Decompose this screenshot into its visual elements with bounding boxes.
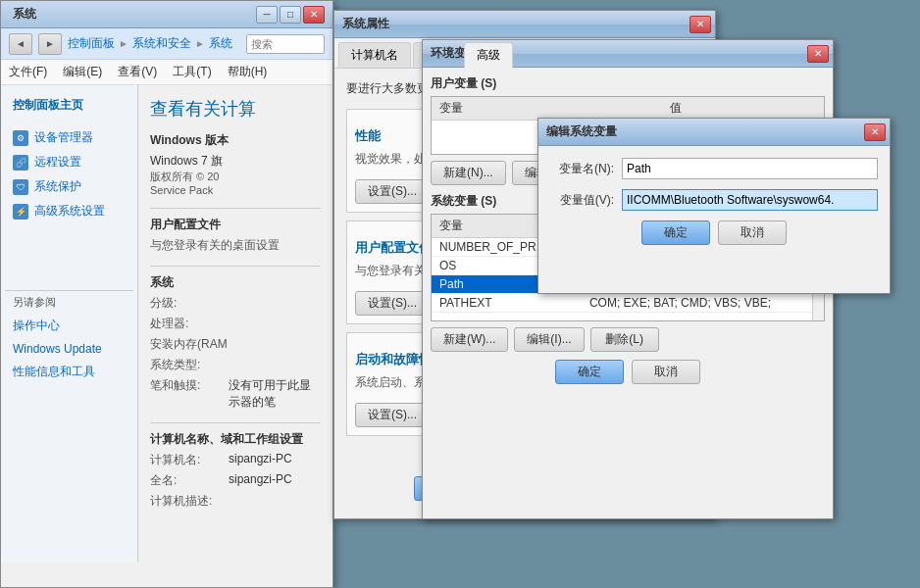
sys-delete-btn[interactable]: 删除(L): [590, 327, 659, 352]
menu-help[interactable]: 帮助(H): [228, 64, 268, 80]
sidebar-ref-windows-update[interactable]: Windows Update: [5, 338, 133, 360]
sys-new-btn[interactable]: 新建(W)...: [431, 327, 508, 352]
breadcrumb-sep-0: ►: [119, 38, 128, 49]
maximize-button[interactable]: □: [280, 6, 301, 24]
full-name-label: 全名:: [150, 472, 229, 489]
full-name-value: sipangzi-PC: [229, 472, 292, 489]
sidebar-label-protection: 系统保护: [34, 178, 81, 195]
forward-button[interactable]: ►: [38, 33, 62, 55]
computer-name-row: 计算机名: sipangzi-PC: [150, 452, 321, 468]
control-panel-titlebar: 系统 ─ □ ✕: [1, 1, 332, 28]
var-name-label: 变量名(N):: [550, 161, 614, 177]
user-profile-settings-btn[interactable]: 设置(S)...: [355, 291, 430, 316]
processor-label: 处理器:: [150, 316, 229, 332]
minimize-button[interactable]: ─: [256, 6, 278, 24]
user-new-btn[interactable]: 新建(N)...: [431, 161, 506, 185]
advanced-icon: ⚡: [13, 204, 28, 220]
sidebar-item-advanced[interactable]: ⚡ 高级系统设置: [5, 199, 133, 223]
remote-icon: 🔗: [13, 155, 28, 171]
sys-props-title-buttons: ✕: [690, 16, 711, 33]
type-label: 系统类型:: [150, 357, 229, 373]
search-input[interactable]: [246, 34, 325, 54]
perf-settings-btn[interactable]: 设置(S)...: [355, 179, 430, 204]
var-value-input[interactable]: [622, 189, 878, 211]
nav-bar: ◄ ► 控制面板 ► 系统和安全 ► 系统: [1, 28, 332, 60]
sidebar-item-devices[interactable]: ⚙ 设备管理器: [5, 125, 133, 150]
win-version-section: Windows 版本 Windows 7 旗 版权所有 © 20 Service…: [150, 132, 321, 196]
env-vars-close-btn[interactable]: ✕: [807, 45, 829, 63]
body: 控制面板主页 ⚙ 设备管理器 🔗 远程设置 🛡 系统保护 ⚡ 高级系统设置 另请…: [1, 85, 332, 562]
full-name-row: 全名: sipangzi-PC: [150, 472, 321, 489]
back-button[interactable]: ◄: [9, 33, 32, 55]
title-buttons: ─ □ ✕: [256, 6, 325, 24]
sys-btn-row: 新建(W)... 编辑(I)... 删除(L): [431, 327, 825, 352]
ref-section-title: 另请参阅: [5, 290, 133, 314]
table-row[interactable]: PATHEXTCOM; EXE; BAT; CMD; VBS; VBE;: [432, 294, 824, 313]
edit-var-content: 变量名(N): 变量值(V): 确定 取消: [538, 146, 890, 265]
edit-var-ok-cancel-row: 确定 取消: [550, 220, 878, 253]
breadcrumb-item-0[interactable]: 控制面板: [68, 35, 115, 52]
value-cell: COM; EXE; BAT; CMD; VBS; VBE;: [582, 294, 824, 313]
pen-value: 没有可用于此显示器的笔: [229, 377, 321, 411]
edit-var-window: 编辑系统变量 ✕ 变量名(N): 变量值(V): 确定 取消: [537, 118, 891, 294]
var-value-row: 变量值(V):: [550, 189, 878, 211]
sys-props-close-button[interactable]: ✕: [690, 16, 711, 33]
user-profile-desc: 与您登录有关的桌面设置: [150, 237, 321, 254]
main-content: 查看有关计算 Windows 版本 Windows 7 旗 版权所有 © 20 …: [138, 85, 332, 562]
devices-icon: ⚙: [13, 130, 28, 146]
menu-tools[interactable]: 工具(T): [173, 64, 211, 80]
edit-var-cancel-btn[interactable]: 取消: [718, 220, 787, 245]
var-value-label: 变量值(V):: [550, 192, 614, 209]
desc-row: 计算机描述:: [150, 493, 321, 510]
user-profile-section: 用户配置文件 与您登录有关的桌面设置: [150, 217, 321, 254]
sidebar-label-devices: 设备管理器: [34, 129, 93, 146]
sys-edit-btn[interactable]: 编辑(I)...: [514, 327, 584, 352]
sidebar-home[interactable]: 控制面板主页: [5, 93, 133, 118]
edit-var-close-btn[interactable]: ✕: [864, 123, 886, 141]
sidebar-label-action-center: 操作中心: [13, 318, 60, 334]
edit-var-titlebar: 编辑系统变量 ✕: [538, 119, 890, 146]
sidebar-label-advanced: 高级系统设置: [34, 203, 105, 220]
computer-name-label: 计算机名:: [150, 452, 229, 468]
menu-edit[interactable]: 编辑(E): [63, 64, 102, 80]
control-panel-window: 系统 ─ □ ✕ ◄ ► 控制面板 ► 系统和安全 ► 系统 文件(F) 编辑(…: [0, 0, 333, 588]
sidebar-item-protection[interactable]: 🛡 系统保护: [5, 174, 133, 199]
grade-row: 分级:: [150, 295, 321, 312]
control-panel-title: 系统: [9, 6, 256, 23]
service-pack-label: Service Pack: [150, 184, 321, 196]
copyright-label: 版权所有 © 20: [150, 170, 321, 184]
sys-props-title: 系统属性: [338, 16, 690, 32]
sidebar: 控制面板主页 ⚙ 设备管理器 🔗 远程设置 🛡 系统保护 ⚡ 高级系统设置 另请…: [1, 85, 138, 562]
var-name-input[interactable]: [622, 158, 878, 179]
breadcrumb-item-1[interactable]: 系统和安全: [132, 35, 191, 52]
edit-var-title-buttons: ✕: [864, 123, 886, 141]
grade-label: 分级:: [150, 295, 229, 312]
pen-row: 笔和触摸: 没有可用于此显示器的笔: [150, 377, 321, 411]
pen-label: 笔和触摸:: [150, 377, 229, 411]
processor-row: 处理器:: [150, 316, 321, 332]
main-title: 查看有关计算: [150, 97, 321, 121]
edit-var-ok-btn[interactable]: 确定: [641, 220, 710, 245]
menu-view[interactable]: 查看(V): [118, 64, 157, 80]
sidebar-ref-action-center[interactable]: 操作中心: [5, 314, 133, 338]
sidebar-ref-performance[interactable]: 性能信息和工具: [5, 360, 133, 384]
sidebar-item-remote[interactable]: 🔗 远程设置: [5, 150, 133, 174]
sys-props-titlebar: 系统属性 ✕: [334, 11, 715, 38]
close-button[interactable]: ✕: [303, 6, 325, 24]
var-cell: PATHEXT: [432, 294, 582, 313]
user-col-val: 值: [662, 97, 824, 121]
tab-computer-name[interactable]: 计算机名: [338, 42, 411, 68]
tab-advanced[interactable]: 高级: [464, 42, 513, 69]
toolbar: 文件(F) 编辑(E) 查看(V) 工具(T) 帮助(H): [1, 60, 332, 85]
domain-title: 计算机名称、域和工作组设置: [150, 431, 321, 448]
desc-label: 计算机描述:: [150, 493, 229, 510]
domain-section: 计算机名称、域和工作组设置 计算机名: sipangzi-PC 全名: sipa…: [150, 431, 321, 510]
breadcrumb-sep-1: ►: [195, 38, 205, 49]
system-section-title: 系统: [150, 274, 321, 291]
env-ok-btn[interactable]: 确定: [555, 360, 624, 384]
menu-file[interactable]: 文件(F): [9, 64, 47, 80]
startup-settings-btn[interactable]: 设置(S)...: [355, 403, 430, 427]
env-cancel-btn[interactable]: 取消: [632, 360, 700, 384]
breadcrumb-item-2[interactable]: 系统: [209, 35, 232, 52]
env-vars-title-buttons: ✕: [807, 45, 829, 63]
